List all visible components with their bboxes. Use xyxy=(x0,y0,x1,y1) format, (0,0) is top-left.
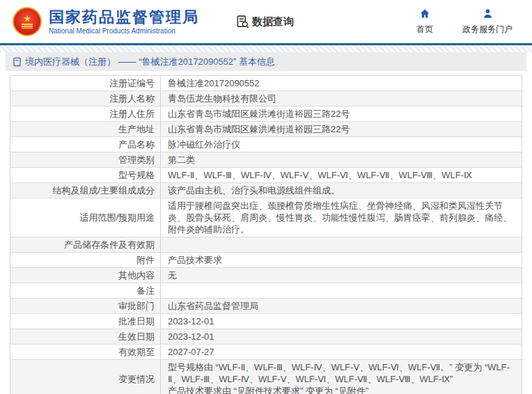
table-row: 注册证编号鲁械注准20172090552 xyxy=(10,76,522,91)
row-value: 脉冲磁红外治疗仪 xyxy=(161,137,522,152)
row-value: WLF-Ⅱ、WLF-Ⅲ、WLF-Ⅳ、WLF-Ⅴ、WLF-Ⅵ、WLF-Ⅶ、WLF-… xyxy=(161,168,522,182)
row-label: 注册人住所 xyxy=(10,107,161,121)
row-label: 产品储存条件及有效期 xyxy=(10,237,161,252)
row-value: 鲁械注准20172090552 xyxy=(161,76,522,90)
data-query-tab[interactable]: 数据查询 xyxy=(235,15,294,29)
breadcrumb-text: 境内医疗器械（注册） —— “鲁械注准20172090552” 基本信息 xyxy=(25,56,275,68)
row-label: 变更情况 xyxy=(10,360,161,394)
table-row: 型号规格WLF-Ⅱ、WLF-Ⅲ、WLF-Ⅳ、WLF-Ⅴ、WLF-Ⅵ、WLF-Ⅶ、… xyxy=(10,168,522,183)
nav-home[interactable]: 首页 xyxy=(416,8,433,36)
home-icon xyxy=(419,8,430,22)
document-icon xyxy=(13,57,22,67)
row-value: 无 xyxy=(161,268,522,283)
row-value: 产品技术要求 xyxy=(161,253,522,267)
row-value xyxy=(161,237,522,252)
doc-search-icon xyxy=(235,15,249,29)
row-label: 批准日期 xyxy=(10,314,161,329)
detail-panel: 境内医疗器械（注册） —— “鲁械注准20172090552” 基本信息 注册证… xyxy=(6,52,526,394)
row-label: 有效期至 xyxy=(10,345,161,359)
row-value: 型号规格由 “WLF-Ⅱ、WLF-Ⅲ、WLF-Ⅳ、WLF-Ⅴ、WLF-Ⅵ、WLF… xyxy=(161,360,522,394)
data-query-label: 数据查询 xyxy=(252,15,294,29)
table-row: 注册人名称青岛伍龙生物科技有限公司 xyxy=(10,91,522,107)
nav-gov-portal[interactable]: 政务服务门户 xyxy=(462,8,513,36)
row-label: 产品名称 xyxy=(10,137,161,152)
row-label: 注册人名称 xyxy=(10,91,161,106)
nmpa-emblem-logo: ★ xyxy=(13,7,42,36)
nav-home-label: 首页 xyxy=(416,24,433,36)
table-row: 备注 xyxy=(10,283,522,299)
nav-gov-portal-label: 政务服务门户 xyxy=(462,24,513,36)
emblem-star-icon: ★ xyxy=(23,15,31,23)
table-row: 管理类别第二类 xyxy=(10,152,522,168)
content-zone: 境内医疗器械（注册） —— “鲁械注准20172090552” 基本信息 注册证… xyxy=(0,52,532,394)
table-row: 适用范围/预期用途适用于腰椎间盘突出症、颈腰椎骨质增生性病症、坐骨神经痛、风湿和… xyxy=(10,198,522,237)
row-value: 2023-12-01 xyxy=(161,314,522,329)
hatched-strip xyxy=(0,45,532,52)
row-value: 山东省青岛市城阳区棘洪滩街道裕园三路22号 xyxy=(161,122,522,136)
info-table: 注册证编号鲁械注准20172090552注册人名称青岛伍龙生物科技有限公司注册人… xyxy=(10,75,522,394)
table-row: 生产地址山东省青岛市城阳区棘洪滩街道裕园三路22号 xyxy=(10,122,522,137)
brand-title: 国家药品监督管理局 xyxy=(49,9,199,26)
row-value: 该产品由主机、治疗头和电源线组件组成。 xyxy=(161,183,522,198)
person-icon xyxy=(483,8,493,22)
row-label: 备注 xyxy=(10,283,161,298)
row-label: 结构及组成/主要组成成分 xyxy=(10,183,161,198)
table-row: 产品储存条件及有效期 xyxy=(10,237,522,253)
row-value: 2027-07-27 xyxy=(161,345,522,359)
brand-subtitle: National Medical Products Administration xyxy=(49,27,199,35)
row-value: 山东省青岛市城阳区棘洪滩街道裕园三路22号 xyxy=(161,107,522,121)
table-row: 有效期至2027-07-27 xyxy=(10,345,522,360)
table-row: 结构及组成/主要组成成分该产品由主机、治疗头和电源线组件组成。 xyxy=(10,183,522,198)
row-label: 生产地址 xyxy=(10,122,161,136)
table-row: 审批部门山东省药品监督管理局 xyxy=(10,299,522,314)
row-value: 适用于腰椎间盘突出症、颈腰椎骨质增生性病症、坐骨神经痛、风湿和类风湿性关节炎、股… xyxy=(161,198,522,237)
row-value-line: 型号规格由 “WLF-Ⅱ、WLF-Ⅲ、WLF-Ⅳ、WLF-Ⅴ、WLF-Ⅵ、WLF… xyxy=(168,361,516,385)
row-value: 2023-12-01 xyxy=(161,329,522,344)
row-value: 青岛伍龙生物科技有限公司 xyxy=(161,91,522,106)
site-header: ★ 国家药品监督管理局 National Medical Products Ad… xyxy=(0,0,532,43)
row-label: 其他内容 xyxy=(10,268,161,283)
row-label: 生效日期 xyxy=(10,329,161,344)
table-row: 变更情况型号规格由 “WLF-Ⅱ、WLF-Ⅲ、WLF-Ⅳ、WLF-Ⅴ、WLF-Ⅵ… xyxy=(10,360,522,394)
table-row: 批准日期2023-12-01 xyxy=(10,314,522,329)
row-value-line: 产品技术要求由 “见附件技术要求” 变更为 “见附件” xyxy=(168,385,516,394)
table-row: 产品名称脉冲磁红外治疗仪 xyxy=(10,137,522,152)
table-row: 其他内容无 xyxy=(10,268,522,283)
table-row: 附件产品技术要求 xyxy=(10,253,522,268)
row-value: 山东省药品监督管理局 xyxy=(161,299,522,313)
table-row: 生效日期2023-12-01 xyxy=(10,329,522,345)
row-value: 第二类 xyxy=(161,152,522,167)
row-label: 型号规格 xyxy=(10,168,161,182)
emblem-gate-icon xyxy=(22,24,33,29)
row-label: 管理类别 xyxy=(10,152,161,167)
table-row: 注册人住所山东省青岛市城阳区棘洪滩街道裕园三路22号 xyxy=(10,107,522,122)
breadcrumb: 境内医疗器械（注册） —— “鲁械注准20172090552” 基本信息 xyxy=(6,52,526,71)
row-label: 附件 xyxy=(10,253,161,267)
row-label: 适用范围/预期用途 xyxy=(10,198,161,237)
brand-block: 国家药品监督管理局 National Medical Products Admi… xyxy=(49,9,199,35)
row-label: 审批部门 xyxy=(10,299,161,313)
row-value xyxy=(161,283,522,298)
row-label: 注册证编号 xyxy=(10,76,161,90)
